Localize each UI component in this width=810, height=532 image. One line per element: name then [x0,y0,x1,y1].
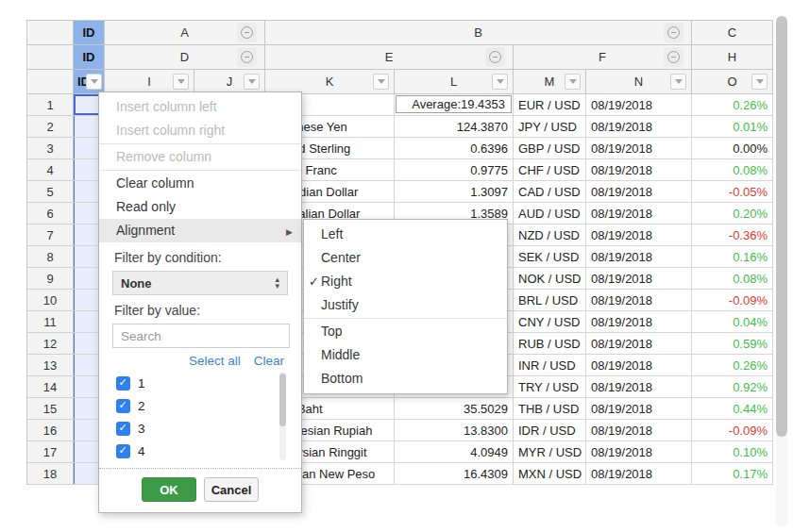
row-header[interactable]: 1 [27,94,74,116]
pair-cell[interactable]: MYR / USD [514,441,586,463]
value-list-scrollbar-thumb[interactable] [279,374,286,426]
clear-link[interactable]: Clear [254,354,284,368]
column-header-id[interactable]: ID [74,45,105,70]
change-percent-cell[interactable]: 0.44% [692,398,773,420]
collapse-column-icon[interactable] [664,23,683,42]
change-percent-cell[interactable]: -0.05% [692,181,773,203]
menu-item-clear-column[interactable]: Clear column [99,172,301,195]
rate-cell[interactable]: 13.8300 [395,420,514,441]
change-percent-cell[interactable]: 0.08% [692,159,773,181]
column-header-n[interactable]: N [586,70,692,94]
column-header-o[interactable]: O [692,70,773,94]
filter-dropdown-button[interactable] [173,74,189,90]
pair-cell[interactable]: BRL / USD [514,290,586,311]
filter-dropdown-button[interactable] [244,74,260,90]
alignment-option-bottom[interactable]: Bottom [304,367,507,391]
row-header[interactable]: 8 [27,246,74,268]
row-header[interactable]: 14 [27,376,74,398]
checkbox-checked-icon[interactable] [116,376,130,391]
vertical-scrollbar-thumb[interactable] [776,16,787,437]
row-header[interactable]: 12 [27,333,74,355]
collapse-column-icon[interactable] [237,23,257,42]
row-header[interactable]: 17 [27,441,74,463]
corner-header[interactable] [27,21,74,45]
row-header[interactable]: 7 [27,224,74,246]
pair-cell[interactable]: JPY / USD [514,116,586,138]
pair-cell[interactable]: NOK / USD [514,268,586,290]
rate-cell[interactable]: 1.3097 [395,181,514,203]
menu-item-insert-column-left[interactable]: Insert column left [99,95,301,119]
collapse-column-icon[interactable] [237,47,257,67]
cancel-button[interactable]: Cancel [204,477,259,502]
date-cell[interactable]: 08/19/2018 [586,203,692,224]
date-cell[interactable]: 08/19/2018 [586,159,692,181]
ok-button[interactable]: OK [142,477,196,502]
change-percent-cell[interactable]: 0.59% [692,333,773,355]
date-cell[interactable]: 08/19/2018 [586,355,692,376]
change-percent-cell[interactable]: -0.09% [692,420,773,441]
row-header[interactable]: 16 [27,420,74,441]
date-cell[interactable]: 08/19/2018 [586,376,692,398]
alignment-option-justify[interactable]: Justify [304,293,507,317]
rate-cell[interactable]: Average:19.4353 [395,94,514,116]
rate-cell[interactable]: 124.3870 [395,116,514,138]
row-header[interactable]: 5 [27,181,74,203]
pair-cell[interactable]: TRY / USD [514,376,586,398]
menu-item-insert-column-right[interactable]: Insert column right [99,119,301,142]
row-header[interactable]: 10 [27,290,74,311]
column-header-id[interactable]: ID [74,21,105,45]
pair-cell[interactable]: INR / USD [514,355,586,376]
column-header-h[interactable]: H [692,45,773,70]
row-header[interactable]: 4 [27,159,74,181]
condition-select[interactable]: None [112,271,288,295]
date-cell[interactable]: 08/19/2018 [586,333,692,355]
change-percent-cell[interactable]: -0.36% [692,224,773,246]
rate-cell[interactable]: 0.6396 [395,138,514,159]
date-cell[interactable]: 08/19/2018 [586,94,692,116]
date-cell[interactable]: 08/19/2018 [586,290,692,311]
pair-cell[interactable]: GBP / USD [514,138,586,159]
date-cell[interactable]: 08/19/2018 [586,138,692,159]
filter-dropdown-button[interactable] [492,74,508,90]
row-header[interactable]: 6 [27,203,74,224]
date-cell[interactable]: 08/19/2018 [586,224,692,246]
pair-cell[interactable]: CNY / USD [514,311,586,333]
collapse-column-icon[interactable] [485,47,505,67]
rate-cell[interactable]: 35.5029 [395,398,514,420]
change-percent-cell[interactable]: 0.92% [692,376,773,398]
change-percent-cell[interactable]: -0.09% [692,290,773,311]
date-cell[interactable]: 08/19/2018 [586,268,692,290]
corner-header[interactable] [27,70,74,94]
change-percent-cell[interactable]: 0.00% [692,138,773,159]
row-header[interactable]: 15 [27,398,74,420]
date-cell[interactable]: 08/19/2018 [586,181,692,203]
row-header[interactable]: 11 [27,311,74,333]
rate-cell[interactable]: 16.4309 [395,463,514,485]
filter-dropdown-button[interactable] [751,74,768,90]
change-percent-cell[interactable]: 0.08% [692,268,773,290]
checkbox-checked-icon[interactable] [116,399,130,413]
column-header-c[interactable]: C [692,21,773,45]
checkbox-checked-icon[interactable] [116,444,130,458]
select-all-link[interactable]: Select all [189,354,241,368]
change-percent-cell[interactable]: 0.26% [692,355,773,376]
column-header-d[interactable]: D [105,45,265,70]
change-percent-cell[interactable]: 0.04% [692,311,773,333]
rate-cell[interactable]: 4.0949 [395,441,514,463]
row-header[interactable]: 13 [27,355,74,376]
date-cell[interactable]: 08/19/2018 [586,311,692,333]
date-cell[interactable]: 08/19/2018 [586,441,692,463]
menu-item-read-only[interactable]: Read only [99,195,301,219]
change-percent-cell[interactable]: 0.20% [692,203,773,224]
pair-cell[interactable]: THB / USD [514,398,586,420]
column-header-e[interactable]: E [265,45,514,70]
filter-value-item[interactable]: 2 [116,394,301,417]
pair-cell[interactable]: CAD / USD [514,181,586,203]
date-cell[interactable]: 08/19/2018 [586,246,692,268]
change-percent-cell[interactable]: 0.17% [692,463,773,485]
menu-item-alignment[interactable]: Alignment [99,219,301,242]
corner-header[interactable] [27,45,74,70]
row-header[interactable]: 18 [27,463,74,485]
collapse-column-icon[interactable] [664,47,683,67]
menu-item-remove-column[interactable]: Remove column [99,145,301,169]
